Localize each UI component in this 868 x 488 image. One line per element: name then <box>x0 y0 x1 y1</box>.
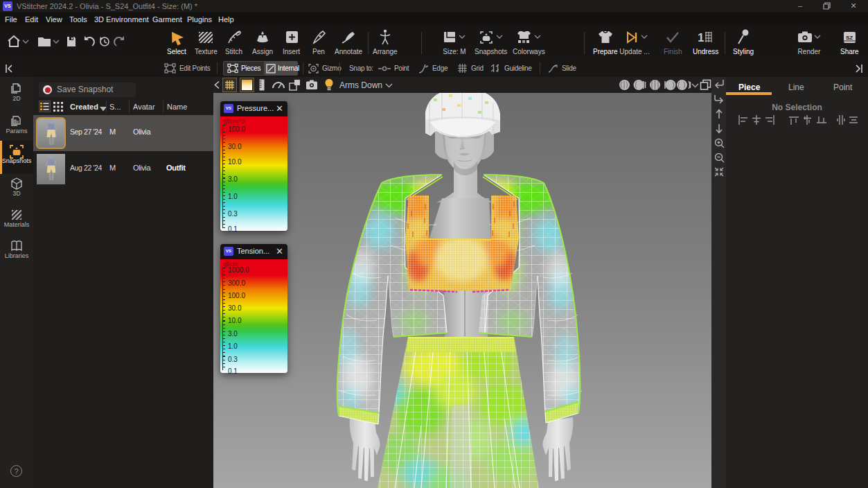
svg-text:SZ: SZ <box>846 35 853 41</box>
svg-text:1: 1 <box>698 31 704 44</box>
